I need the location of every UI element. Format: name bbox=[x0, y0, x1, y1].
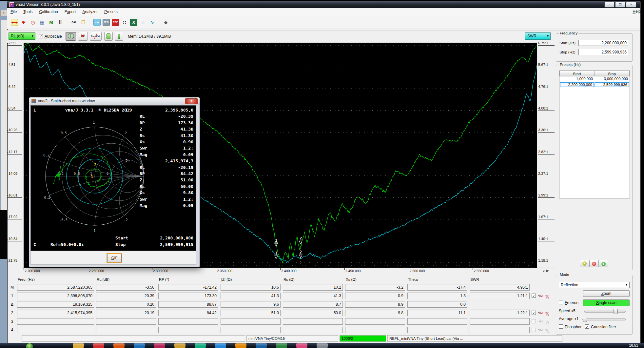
preset-row-start[interactable]: 1,000,000 bbox=[560, 77, 594, 82]
smith-chart-button[interactable] bbox=[66, 32, 76, 41]
start-button[interactable] bbox=[26, 343, 33, 348]
phosphor-checkbox[interactable]: ✓ bbox=[559, 324, 563, 329]
marker-cell[interactable]: 88.87 bbox=[158, 301, 218, 308]
smith-window-titlebar[interactable]: vna/J - Smith-chart main window X bbox=[29, 97, 200, 105]
marker-cell[interactable]: 51.0 bbox=[221, 310, 281, 316]
marker-cell[interactable]: 8.7 bbox=[283, 301, 343, 308]
menu-item-analyzer[interactable]: Analyzer bbox=[79, 8, 101, 15]
presets-table[interactable]: Start Stop 1,000,000 3,000,000,000 2,200… bbox=[559, 71, 630, 198]
save-data-icon[interactable]: ▦ bbox=[38, 19, 46, 26]
tune-icon[interactable]: TUNE bbox=[546, 311, 549, 317]
menu-item-tools[interactable]: Tools bbox=[20, 8, 36, 15]
marker-cell[interactable]: 0.0 bbox=[407, 301, 467, 308]
preset-delete-button[interactable]: ✕ bbox=[589, 260, 599, 267]
marker-cell[interactable]: 8.9 bbox=[345, 301, 405, 308]
marker-cell[interactable]: 9.8 bbox=[345, 310, 405, 316]
taskbar-clock[interactable]: 16:51 bbox=[629, 343, 638, 347]
marker-cell[interactable] bbox=[345, 327, 405, 333]
marker-cell[interactable]: 2,396,805,070 bbox=[17, 293, 94, 299]
open-calibration-icon[interactable]: ❐ bbox=[80, 19, 87, 26]
marker-cell[interactable]: 1.3 bbox=[407, 293, 467, 299]
marker-cell[interactable] bbox=[17, 327, 94, 333]
app-titlebar[interactable]: v vna/J Version 3.3.1 (Java 1.8.0_151) –… bbox=[7, 1, 640, 8]
schedule-icon[interactable]: ◷ bbox=[29, 19, 36, 26]
marker-cell[interactable]: -172.42 bbox=[158, 284, 218, 291]
marker-table-icon[interactable]: M bbox=[48, 19, 55, 26]
close-button[interactable]: ✕ bbox=[626, 2, 636, 8]
menu-help[interactable]: Help bbox=[633, 9, 641, 14]
calibration-icon[interactable]: CAL bbox=[70, 19, 78, 26]
minimize-button[interactable]: – bbox=[604, 2, 615, 8]
taskbar-mail[interactable] bbox=[154, 343, 165, 348]
math-marker-icon[interactable]: √M bbox=[538, 293, 543, 298]
marker-cell[interactable]: 41.3 bbox=[221, 293, 281, 299]
battery-status-button[interactable] bbox=[104, 32, 113, 41]
marker-cell[interactable] bbox=[470, 327, 530, 333]
marker-cell[interactable] bbox=[407, 327, 467, 333]
menu-item-export[interactable]: Export bbox=[61, 8, 79, 15]
marker-cell[interactable] bbox=[96, 318, 156, 325]
maximize-button[interactable]: ❐ bbox=[615, 2, 625, 8]
math-marker-icon[interactable]: √M bbox=[538, 327, 543, 332]
stop-hz-field[interactable]: 2,599,999,936 bbox=[578, 49, 628, 55]
frequency-range-icon[interactable]: ⟷ bbox=[11, 19, 18, 26]
marker-cell[interactable]: 9.6 bbox=[221, 301, 281, 308]
export-jpg-icon[interactable]: JPG bbox=[103, 19, 110, 26]
start-hz-field[interactable]: 2,200,000,000 bbox=[578, 40, 628, 46]
gaussian-filter-checkbox[interactable]: ✓ bbox=[585, 324, 589, 329]
gif-export-button[interactable]: GIF bbox=[107, 254, 122, 262]
marker-cell[interactable]: 19,169,325 bbox=[17, 301, 94, 308]
marker-cell[interactable] bbox=[283, 318, 343, 325]
report-icon[interactable]: ≣ bbox=[139, 19, 146, 26]
marker-cell[interactable]: 50.0 bbox=[283, 310, 343, 316]
marker-cell[interactable] bbox=[470, 318, 530, 325]
marker-cell[interactable]: 41.3 bbox=[283, 293, 343, 299]
marker-enable-checkbox[interactable]: ✓ bbox=[532, 311, 536, 315]
export-pdf-icon[interactable]: PDF bbox=[112, 19, 119, 26]
preset-add-button[interactable]: + bbox=[580, 260, 589, 267]
preset-row-stop-selected[interactable]: 2,599,999,936 bbox=[595, 82, 629, 87]
menu-item-presets[interactable]: Presets bbox=[101, 8, 121, 15]
zoom-button[interactable]: Zoom bbox=[583, 290, 630, 297]
taskbar-settings[interactable] bbox=[317, 343, 328, 348]
presets-col-stop[interactable]: Stop bbox=[594, 71, 630, 76]
taskbar-opera[interactable] bbox=[93, 343, 104, 348]
marker-cell[interactable]: 173.30 bbox=[158, 293, 218, 299]
math-marker-icon[interactable]: √M bbox=[538, 310, 543, 315]
math-marker-icon[interactable]: √M bbox=[538, 319, 543, 323]
analysis-chart-icon[interactable]: ∿ bbox=[148, 19, 156, 26]
tune-icon[interactable]: TUNE bbox=[546, 294, 549, 300]
average-slider[interactable] bbox=[582, 318, 626, 320]
marker-cell[interactable] bbox=[96, 327, 156, 333]
marker-cell[interactable]: -3.2 bbox=[345, 284, 405, 291]
marker-cell[interactable]: 10.2 bbox=[283, 284, 343, 291]
marker-cell[interactable] bbox=[221, 318, 281, 325]
average-slider-thumb[interactable] bbox=[583, 317, 587, 322]
taskbar-browser[interactable] bbox=[134, 343, 145, 348]
exit-icon[interactable]: ◆ bbox=[162, 19, 169, 26]
taskbar-excel[interactable] bbox=[276, 343, 287, 348]
marker-cell[interactable] bbox=[283, 327, 343, 333]
taskbar-java-app[interactable] bbox=[296, 343, 307, 348]
marker-cell[interactable]: 0.9 bbox=[345, 293, 405, 299]
marker-cell[interactable]: 1.22:1 bbox=[470, 310, 530, 316]
rf-off-button[interactable]: RF ✕ bbox=[78, 32, 88, 41]
preset-row-stop[interactable]: 3,000,000,000 bbox=[595, 77, 629, 82]
taskbar-word[interactable] bbox=[256, 343, 267, 348]
marker-cell[interactable] bbox=[345, 318, 405, 325]
port-extension-icon[interactable]: ii bbox=[57, 19, 64, 26]
taskbar-folder[interactable] bbox=[73, 343, 84, 348]
marker-cell[interactable] bbox=[158, 318, 218, 325]
marker-cell[interactable]: 10.6 bbox=[221, 284, 281, 291]
taskbar-firefox[interactable] bbox=[113, 343, 125, 348]
smith-chart-window[interactable]: vna/J - Smith-chart main window X 0.20.5… bbox=[29, 97, 200, 267]
menu-item-file[interactable]: File bbox=[7, 8, 20, 15]
port-extension-off-button[interactable]: Port Ext. ╱ bbox=[90, 32, 102, 41]
marker-cell[interactable]: 84.42 bbox=[158, 310, 218, 316]
mode-select[interactable]: Reflection ▼ bbox=[559, 282, 630, 288]
temperature-button[interactable] bbox=[115, 32, 123, 41]
marker-cell[interactable]: -17.4 bbox=[407, 284, 467, 291]
smith-close-button[interactable]: X bbox=[185, 98, 198, 104]
menu-item-calibration[interactable]: Calibration bbox=[36, 8, 61, 15]
presets-col-start[interactable]: Start bbox=[559, 71, 595, 76]
